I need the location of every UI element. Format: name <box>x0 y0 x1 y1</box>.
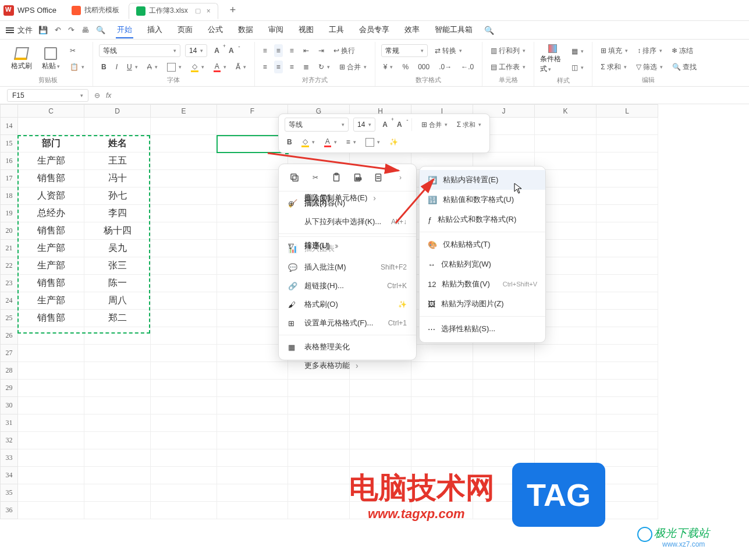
cell-K30[interactable] <box>535 397 597 414</box>
comma-button[interactable]: 000 <box>416 61 432 73</box>
cell-E28[interactable] <box>151 362 217 380</box>
ctx-format-painter[interactable]: 🖌格式刷(O)✨ <box>279 295 416 314</box>
cell-I32[interactable] <box>411 432 473 449</box>
sub-val-num[interactable]: 🔢粘贴值和数字格式(U) <box>420 190 545 210</box>
cell-J29[interactable] <box>473 380 535 397</box>
row-header-16[interactable]: 16 <box>1 153 18 170</box>
menu-0[interactable]: 开始 <box>116 22 133 38</box>
cell-C28[interactable] <box>18 362 84 380</box>
cell-I29[interactable] <box>411 380 473 397</box>
qat-redo-icon[interactable]: ↷ <box>68 26 74 34</box>
row-header-32[interactable]: 32 <box>1 432 18 449</box>
cell-E32[interactable] <box>151 432 217 449</box>
fx-icon[interactable]: fx <box>106 91 111 100</box>
menu-1[interactable]: 插入 <box>146 22 164 38</box>
cell-D28[interactable] <box>84 362 151 380</box>
cell-G30[interactable] <box>288 397 350 414</box>
cell-F34[interactable] <box>217 467 288 484</box>
cell-F33[interactable] <box>217 449 288 467</box>
cell-L29[interactable] <box>597 380 658 397</box>
cell-K32[interactable] <box>535 432 597 449</box>
ctx-comment[interactable]: 💬插入批注(M)Shift+F2 <box>279 258 416 277</box>
menu-5[interactable]: 审阅 <box>267 22 285 38</box>
ctx-link[interactable]: 🔗超链接(H)...Ctrl+K <box>279 277 416 295</box>
cell-F21[interactable] <box>217 240 288 257</box>
row-header-24[interactable]: 24 <box>1 292 18 310</box>
cell-L30[interactable] <box>597 397 658 414</box>
cell-E20[interactable] <box>151 222 217 240</box>
cell-E30[interactable] <box>151 397 217 414</box>
cell-F19[interactable] <box>217 205 288 222</box>
sort-button[interactable]: ↕ 排序▾ <box>635 44 665 57</box>
sub-transpose[interactable]: 🔄粘贴内容转置(E) <box>420 170 545 190</box>
cell-E19[interactable] <box>151 205 217 222</box>
font-color-button[interactable]: A▾ <box>211 61 229 73</box>
cell-D18[interactable]: 孙七 <box>84 187 151 205</box>
decrease-font-button[interactable] <box>226 44 236 57</box>
row-header-26[interactable]: 26 <box>1 327 18 345</box>
orientation-button[interactable]: ↻▾ <box>316 61 332 73</box>
row-header-34[interactable]: 34 <box>1 467 18 484</box>
sheet-button[interactable]: ▤ 工作表▾ <box>488 61 528 73</box>
cell-L36[interactable] <box>597 502 658 519</box>
cell-C29[interactable] <box>18 380 84 397</box>
cell-H32[interactable] <box>350 432 411 449</box>
col-header-F[interactable]: F <box>217 105 288 118</box>
cell-K27[interactable] <box>535 345 597 362</box>
row-header-18[interactable]: 18 <box>1 187 18 205</box>
align-left-button[interactable]: ≡ <box>261 61 269 73</box>
cell-D25[interactable]: 郑二 <box>84 310 151 327</box>
cell-K31[interactable] <box>535 414 597 432</box>
cell-D30[interactable] <box>84 397 151 414</box>
cell-C14[interactable] <box>18 118 84 135</box>
mini-font-select[interactable]: 等线▾ <box>285 118 349 132</box>
cell-C26[interactable] <box>18 327 84 345</box>
close-tab-icon[interactable]: × <box>207 7 211 15</box>
cell-J27[interactable] <box>473 345 535 362</box>
col-header-D[interactable]: D <box>84 105 151 118</box>
menu-10[interactable]: 智能工具箱 <box>434 22 474 38</box>
font-size-select[interactable]: 14▾ <box>185 44 207 57</box>
cell-E18[interactable] <box>151 187 217 205</box>
find-button[interactable]: 🔍 查找 <box>670 61 699 73</box>
cell-F31[interactable] <box>217 414 288 432</box>
cell-I33[interactable] <box>411 449 473 467</box>
currency-button[interactable]: ¥▾ <box>381 61 396 73</box>
cell-I27[interactable] <box>411 345 473 362</box>
cell-K15[interactable] <box>535 135 597 153</box>
cell-C27[interactable] <box>18 345 84 362</box>
cell-F28[interactable] <box>217 362 288 380</box>
mini-sum-button[interactable]: Σ求和▾ <box>455 118 484 132</box>
file-menu-button[interactable]: 文件 <box>6 25 33 36</box>
increase-font-button[interactable] <box>212 44 222 57</box>
number-format-select[interactable]: 常规▾ <box>381 44 428 57</box>
italic-button[interactable]: I <box>113 61 120 73</box>
align-middle-button[interactable]: ≡ <box>274 44 283 57</box>
cell-G32[interactable] <box>288 432 350 449</box>
cell-D19[interactable]: 李四 <box>84 205 151 222</box>
cell-E35[interactable] <box>151 484 217 502</box>
menu-9[interactable]: 效率 <box>403 22 421 38</box>
tab-template[interactable]: 找稻壳模板 <box>65 2 126 19</box>
wrap-button[interactable]: ↩ 换行 <box>331 44 357 57</box>
cell-E15[interactable] <box>151 135 217 153</box>
cell-C31[interactable] <box>18 414 84 432</box>
dec-decimal-button[interactable]: ←.0 <box>459 61 476 73</box>
sub-formula-num[interactable]: ƒ粘贴公式和数字格式(R) <box>420 210 545 229</box>
cell-F16[interactable] <box>217 153 288 170</box>
cell-E36[interactable] <box>151 502 217 519</box>
select-all-corner[interactable] <box>1 105 18 118</box>
ctx-cut-icon[interactable]: ✂ <box>309 171 322 184</box>
cell-F17[interactable] <box>217 170 288 187</box>
cell-L34[interactable] <box>597 467 658 484</box>
qat-undo-icon[interactable]: ↶ <box>55 26 61 34</box>
cell-I31[interactable] <box>411 414 473 432</box>
cell-C15[interactable]: 部门 <box>18 135 84 153</box>
cell-E21[interactable] <box>151 240 217 257</box>
cell-C33[interactable] <box>18 449 84 467</box>
strike-button[interactable]: A▾ <box>145 61 160 73</box>
name-box[interactable]: F15▾ <box>7 89 88 102</box>
cell-F23[interactable] <box>217 275 288 292</box>
cell-L16[interactable] <box>597 153 658 170</box>
cell-H33[interactable] <box>350 449 411 467</box>
